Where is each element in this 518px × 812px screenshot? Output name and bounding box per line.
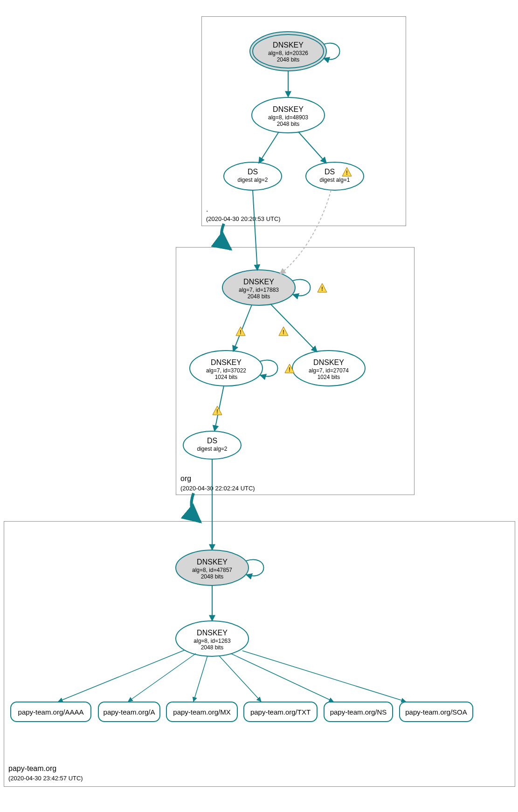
edge-zsk-mx [193,656,207,702]
edge-orgksk-zsk2 [270,304,317,352]
edge-ds1-orgksk [253,190,257,270]
edge-zsk-a [128,654,196,702]
edge-root-zsk-ds1 [259,132,279,163]
edge-root-zsk-ds2 [298,132,326,163]
node-org-zsk1 [190,351,262,386]
node-root-ds1 [224,162,282,190]
edge-zsk-ns [231,654,333,702]
edge-org-to-domain [191,493,200,522]
edge-zsk-txt [219,656,261,702]
node-root-ksk [250,32,326,71]
node-root-ds2 [306,162,364,190]
edge-orgzsk1-ds [214,386,224,431]
node-dom-zsk [176,621,249,656]
node-org-zsk2 [292,351,365,386]
node-org-ds [183,431,241,459]
edge-root-to-org [221,224,231,249]
node-root-zsk [252,97,325,133]
node-dom-ksk [176,550,249,585]
node-org-ksk [222,270,295,305]
edge-ds2-orgksk [280,190,331,274]
edge-orgksk-zsk1 [233,305,252,351]
edge-zsk-aaaa [58,650,184,702]
edge-zsk-soa [242,651,406,702]
